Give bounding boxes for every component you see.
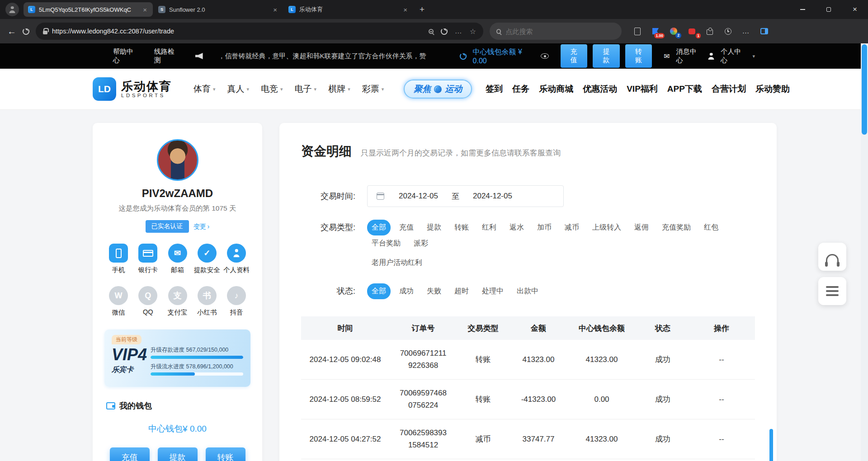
nav-menu-slots[interactable]: 电子▾ (295, 83, 317, 95)
browser-tab-2[interactable]: S Sunflower 2.0 × (154, 2, 283, 17)
browser-tab-3[interactable]: L 乐动体育 × (284, 2, 413, 17)
type-option[interactable]: 平台奖励 (367, 235, 405, 251)
topbar-withdraw-button[interactable]: 提款 (593, 44, 620, 68)
reload-button[interactable] (23, 28, 29, 35)
back-button[interactable]: ← (7, 26, 16, 37)
status-option[interactable]: 成功 (395, 283, 418, 299)
search-input[interactable] (505, 28, 615, 35)
status-option[interactable]: 处理中 (477, 283, 508, 299)
type-options-line1: 全部 充值 提款 转账 红利 返水 加币 减币 上级转入 返佣 充值奖励 红包 … (367, 220, 755, 251)
maximize-button[interactable] (816, 0, 842, 19)
type-option[interactable]: 充值 (395, 220, 418, 235)
sidebar-toggle-button[interactable] (759, 26, 769, 36)
change-link[interactable]: 变更› (193, 222, 210, 231)
more-icon[interactable]: … (455, 27, 462, 35)
type-option[interactable]: 红包 (699, 220, 723, 235)
page-scrollbar[interactable] (861, 43, 868, 461)
page-scrollbar-thumb[interactable] (862, 44, 867, 135)
type-option[interactable]: 减币 (560, 220, 584, 235)
chat-extension-button[interactable]: 1 (687, 26, 697, 36)
profile-info-item[interactable]: 个人资料 (223, 244, 250, 274)
extensions-puzzle-button[interactable] (705, 26, 715, 36)
nav-menu-sports[interactable]: 体育▾ (193, 83, 216, 95)
nav-link-app[interactable]: APP下载 (667, 83, 702, 95)
nav-link-promos[interactable]: 优惠活动 (583, 83, 617, 95)
tab-close-icon[interactable]: × (142, 6, 148, 14)
topbar-deposit-button[interactable]: 充值 (561, 44, 588, 68)
type-option[interactable]: 加币 (533, 220, 556, 235)
nav-menu-lottery[interactable]: 彩票▾ (362, 83, 384, 95)
new-tab-button[interactable]: + (414, 5, 430, 14)
zoom-out-icon[interactable] (429, 29, 434, 34)
customer-service-button[interactable] (818, 243, 846, 271)
date-from[interactable]: 2024-12-05 (399, 192, 438, 201)
status-option[interactable]: 出款中 (512, 283, 543, 299)
eye-icon[interactable] (541, 53, 549, 59)
tab-close-icon[interactable]: × (402, 6, 409, 14)
email-verify-item[interactable]: ✉ 邮箱 (165, 244, 191, 274)
type-option[interactable]: 充值奖励 (657, 220, 695, 235)
xiaohongshu-item[interactable]: 书 小红书 (194, 286, 220, 317)
browser-tab-1[interactable]: L 5LmQ5Yqo5L2T6IKyfOS5kOWKqC × (24, 2, 153, 17)
translate-icon[interactable] (441, 28, 448, 35)
site-logo[interactable]: LD 乐动体育 LDSPORTS (93, 77, 172, 101)
favorite-star-icon[interactable]: ☆ (470, 27, 476, 36)
url-text[interactable]: https://www.ledong842.cc:2087/user/trade (52, 28, 424, 35)
focus-sports-button[interactable]: 聚焦 运动 (404, 80, 472, 99)
table-scrollbar-thumb[interactable] (769, 429, 773, 461)
browser-search-box[interactable] (490, 23, 622, 40)
tab-close-icon[interactable]: × (272, 6, 278, 14)
type-option[interactable]: 上级转入 (588, 220, 626, 235)
date-to[interactable]: 2024-12-05 (473, 192, 512, 201)
nav-menu-chess[interactable]: 棋牌▾ (328, 83, 350, 95)
wechat-item[interactable]: W 微信 (105, 286, 132, 317)
withdraw-button[interactable]: 提款 (158, 447, 198, 461)
nav-link-sponsor[interactable]: 乐动赞助 (755, 83, 790, 95)
deposit-button[interactable]: 充值 (110, 447, 150, 461)
table-row: 2024-12-05 09:02:48 700696712119226368 转… (301, 340, 755, 380)
collections-button[interactable] (632, 26, 642, 36)
phone-verify-item[interactable]: 手机 (105, 244, 132, 274)
type-option[interactable]: 提款 (422, 220, 446, 235)
type-option-all[interactable]: 全部 (367, 220, 391, 235)
personal-center-link[interactable]: 个人中心 (721, 47, 746, 65)
qq-item[interactable]: Q QQ (135, 286, 161, 317)
type-option[interactable]: 派彩 (409, 235, 433, 251)
address-bar[interactable]: https://www.ledong842.cc:2087/user/trade… (36, 23, 483, 40)
browser-profile-icon[interactable] (5, 3, 19, 16)
wallet-refresh-icon[interactable] (460, 53, 466, 60)
type-option[interactable]: 返佣 (630, 220, 653, 235)
type-option[interactable]: 老用户活动红利 (367, 255, 427, 271)
nav-link-mall[interactable]: 乐动商城 (539, 83, 573, 95)
settings-menu-button[interactable]: … (741, 26, 751, 36)
nav-link-vip[interactable]: VIP福利 (627, 83, 658, 95)
withdraw-safety-item[interactable]: ✓ 提款安全 (194, 244, 220, 274)
douyin-item[interactable]: ♪ 抖音 (223, 286, 250, 317)
alipay-item[interactable]: 支 支付宝 (165, 286, 191, 317)
status-option[interactable]: 超时 (450, 283, 473, 299)
type-option[interactable]: 转账 (450, 220, 473, 235)
bankcard-verify-item[interactable]: 银行卡 (135, 244, 161, 274)
nav-link-checkin[interactable]: 签到 (486, 83, 503, 95)
history-button[interactable] (723, 26, 733, 36)
close-button[interactable]: × (842, 0, 868, 19)
transfer-button[interactable]: 转账 (206, 447, 245, 461)
quick-menu-button[interactable] (818, 277, 846, 305)
nav-link-affiliate[interactable]: 合营计划 (712, 83, 746, 95)
flag-extension-button[interactable]: 1.00 (651, 26, 660, 36)
status-option-all[interactable]: 全部 (367, 283, 391, 299)
date-range-picker[interactable]: 2024-12-05 至 2024-12-05 (367, 185, 564, 207)
nav-menu-esports[interactable]: 电竞▾ (261, 83, 283, 95)
type-option[interactable]: 红利 (477, 220, 501, 235)
message-center-link[interactable]: 消息中心 (676, 47, 702, 65)
line-check-link[interactable]: 线路检测 (154, 47, 180, 65)
nav-menu-live[interactable]: 真人▾ (227, 83, 250, 95)
minimize-button[interactable] (789, 0, 816, 19)
topbar-transfer-button[interactable]: 转账 (625, 44, 652, 68)
wheel-extension-button[interactable]: 2 (669, 26, 679, 36)
help-center-link[interactable]: 帮助中心 (113, 47, 139, 65)
status-option[interactable]: 失败 (422, 283, 446, 299)
verified-badge[interactable]: 已实名认证 (146, 220, 189, 233)
nav-link-tasks[interactable]: 任务 (512, 83, 529, 95)
type-option[interactable]: 返水 (505, 220, 528, 235)
